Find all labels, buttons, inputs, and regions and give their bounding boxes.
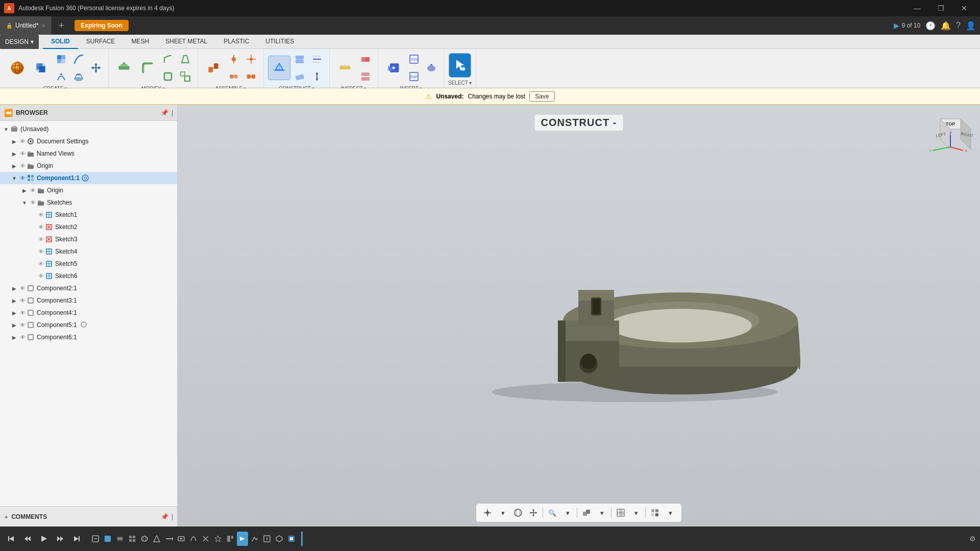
zoom-dropdown-button[interactable]: ▾: [560, 506, 575, 520]
tree-expand-comp5[interactable]: ▶: [10, 321, 18, 329]
comments-pin-button[interactable]: 📌: [161, 513, 168, 520]
anim-icon-9[interactable]: [188, 532, 199, 546]
close-tab-button[interactable]: ✕: [41, 23, 45, 29]
interference-button[interactable]: [357, 51, 374, 67]
anim-icon-2[interactable]: [102, 532, 113, 546]
move-button[interactable]: [88, 60, 104, 76]
tree-expand-comp2[interactable]: ▶: [10, 284, 18, 292]
tree-item-comp1-origin[interactable]: ▶ 👁 Origin: [0, 184, 177, 196]
tree-item-component2[interactable]: ▶ 👁 Component2:1: [0, 282, 177, 294]
tree-item-component3[interactable]: ▶ 👁 Component3:1: [0, 294, 177, 307]
grid-dropdown-button[interactable]: ▾: [629, 506, 643, 520]
tree-item-component4[interactable]: ▶ 👁 Component4:1: [0, 307, 177, 319]
maximize-button[interactable]: ❐: [929, 0, 952, 16]
tree-item-named-views[interactable]: ▶ 👁 Named Views: [0, 147, 177, 160]
tab-surface[interactable]: SURFACE: [78, 35, 124, 49]
joint-origin-button[interactable]: [243, 51, 259, 67]
anim-icon-6[interactable]: [151, 532, 162, 546]
anim-icon-7[interactable]: [163, 532, 175, 546]
extrude-button[interactable]: [30, 56, 52, 80]
tab-plastic[interactable]: PLASTIC: [215, 35, 257, 49]
play-button[interactable]: [37, 532, 51, 546]
tree-expand-comp6[interactable]: ▶: [10, 333, 18, 341]
construct-main-button[interactable]: [268, 56, 290, 80]
design-dropdown-button[interactable]: DESIGN ▾: [0, 35, 39, 49]
expiring-soon-button[interactable]: Expiring Soon: [75, 20, 128, 31]
view-dropdown-button[interactable]: ▾: [595, 506, 609, 520]
tree-expand-sketches[interactable]: ▼: [20, 198, 29, 207]
prev-frame-button[interactable]: [20, 532, 35, 546]
decal-button[interactable]: [423, 60, 439, 76]
loft-button[interactable]: [70, 68, 87, 85]
anim-icon-14[interactable]: [249, 532, 260, 546]
tree-item-sketch5[interactable]: 👁 Sketch5: [0, 258, 177, 270]
insert-main-button[interactable]: [382, 56, 405, 80]
as-built-joint-button[interactable]: [226, 68, 242, 85]
anim-icon-13[interactable]: [237, 532, 248, 546]
assemble-main-button[interactable]: [202, 56, 225, 80]
tree-item-sketch2[interactable]: 👁 Sketch2: [0, 221, 177, 233]
anim-icon-4[interactable]: [127, 532, 138, 546]
tab-utilities[interactable]: UTILITIES: [257, 35, 302, 49]
comments-add-button[interactable]: +: [4, 513, 8, 521]
browser-pin-button[interactable]: 📌: [161, 109, 168, 116]
tree-item-sketch4[interactable]: 👁 Sketch4: [0, 245, 177, 258]
insert-svg-button[interactable]: SVG: [406, 51, 422, 67]
tree-item-sketch3[interactable]: 👁 Sketch3: [0, 233, 177, 245]
minimize-button[interactable]: —: [905, 0, 929, 16]
tree-item-sketch1[interactable]: 👁 Sketch1: [0, 209, 177, 221]
browser-more-button[interactable]: |: [172, 109, 173, 116]
last-frame-button[interactable]: [69, 532, 84, 546]
anim-icon-15[interactable]: [261, 532, 273, 546]
help-icon[interactable]: ?: [956, 21, 961, 30]
midplane-button[interactable]: [309, 51, 325, 67]
appearance-dropdown-button[interactable]: ▾: [663, 506, 677, 520]
tree-expand-comp1[interactable]: ▼: [10, 174, 18, 182]
fillet-button[interactable]: [136, 56, 159, 80]
anim-icon-5[interactable]: [139, 532, 150, 546]
tree-item-sketch6[interactable]: 👁 Sketch6: [0, 270, 177, 282]
document-tab[interactable]: 🔒 Untitled* ✕: [0, 16, 52, 35]
anim-icon-8[interactable]: [176, 532, 187, 546]
anim-settings-button[interactable]: ⚙: [969, 535, 976, 543]
anim-icon-1[interactable]: [90, 532, 101, 546]
anim-icon-17[interactable]: [286, 532, 297, 546]
tree-expand-comp1-origin[interactable]: ▶: [20, 186, 29, 194]
grid-snap-button[interactable]: [480, 506, 495, 520]
zoom-button[interactable]: 🔍: [545, 506, 559, 520]
anim-icon-12[interactable]: [225, 532, 236, 546]
anim-icon-10[interactable]: [200, 532, 211, 546]
tree-expand-comp4[interactable]: ▶: [10, 309, 18, 317]
tree-item-component6[interactable]: ▶ 👁 Component6:1: [0, 331, 177, 343]
browser-collapse-button[interactable]: ⏪: [4, 109, 13, 117]
anim-icon-11[interactable]: [212, 532, 224, 546]
shell-button[interactable]: [160, 68, 176, 85]
first-frame-button[interactable]: [4, 532, 18, 546]
pan-button[interactable]: [526, 506, 541, 520]
tab-solid[interactable]: SOLID: [43, 35, 78, 49]
rigid-group-button[interactable]: [243, 68, 259, 85]
tree-item-doc-settings[interactable]: ▶ 👁 Document Settings: [0, 135, 177, 147]
tab-sheet-metal[interactable]: SHEET METAL: [157, 35, 215, 49]
draft-button[interactable]: [177, 51, 193, 67]
snap-dropdown-button[interactable]: ▾: [496, 506, 510, 520]
section-analysis-button[interactable]: [357, 68, 374, 85]
offset-plane-button[interactable]: [291, 51, 308, 67]
anim-icon-3[interactable]: [114, 532, 126, 546]
viewcube[interactable]: TOP LEFT RIGHT X Y Z: [925, 109, 976, 155]
account-icon[interactable]: 👤: [966, 21, 976, 31]
clock-icon[interactable]: 🕐: [925, 21, 936, 31]
viewport[interactable]: CONSTRUCT -: [178, 105, 980, 527]
tree-item-origin[interactable]: ▶ 👁 Origin: [0, 160, 177, 172]
tree-expand-root[interactable]: ▼: [2, 125, 10, 133]
comments-more-button[interactable]: |: [172, 513, 173, 520]
tree-expand-comp3[interactable]: ▶: [10, 296, 18, 305]
grid-button[interactable]: [614, 506, 628, 520]
tree-item-root[interactable]: ▼ (Unsaved): [0, 123, 177, 135]
press-pull-button[interactable]: [113, 56, 135, 80]
view-cube-button[interactable]: [579, 506, 594, 520]
scale-button[interactable]: [177, 68, 193, 85]
new-component-button[interactable]: [53, 51, 69, 67]
joint-button[interactable]: [226, 51, 242, 67]
create-sketch-button[interactable]: [6, 56, 29, 80]
